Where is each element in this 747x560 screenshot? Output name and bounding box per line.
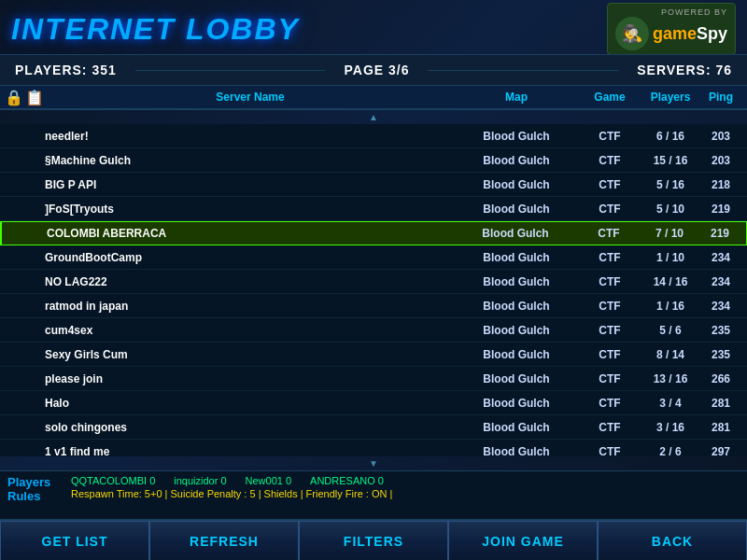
filters-button[interactable]: FILTERS bbox=[299, 521, 448, 560]
row-map: Blood Gulch bbox=[456, 130, 577, 143]
row-game: CTF bbox=[577, 348, 642, 361]
row-map: Blood Gulch bbox=[456, 300, 577, 313]
row-ping: 219 bbox=[698, 227, 742, 240]
row-map: Blood Gulch bbox=[456, 372, 577, 385]
header: INTERNET LOBBY POWERED BY 🕵️ gameSpy bbox=[0, 0, 747, 54]
refresh-button[interactable]: REFRESH bbox=[149, 521, 299, 560]
row-players: 1 / 16 bbox=[642, 300, 698, 313]
row-map: Blood Gulch bbox=[456, 445, 577, 457]
server-list: needler! Blood Gulch CTF 6 / 16 203 §Mac… bbox=[0, 124, 747, 456]
row-game: CTF bbox=[576, 227, 641, 240]
row-map: Blood Gulch bbox=[456, 421, 577, 434]
stats-bar: PLAYERS: 351 PAGE 3/6 SERVERS: 76 bbox=[0, 54, 747, 86]
row-game: CTF bbox=[577, 324, 642, 337]
row-ping: 281 bbox=[698, 421, 743, 434]
row-ping: 234 bbox=[698, 300, 743, 313]
page-indicator: PAGE 3/6 bbox=[344, 63, 409, 77]
row-game: CTF bbox=[577, 300, 642, 313]
row-server-name: §Machine Gulch bbox=[45, 154, 456, 167]
table-row[interactable]: needler! Blood Gulch CTF 6 / 16 203 bbox=[0, 124, 747, 148]
row-ping: 203 bbox=[698, 154, 743, 167]
row-game: CTF bbox=[577, 372, 642, 385]
table-row[interactable]: Halo Blood Gulch CTF 3 / 4 281 bbox=[0, 391, 747, 415]
row-map: Blood Gulch bbox=[456, 203, 577, 216]
row-map: Blood Gulch bbox=[456, 275, 577, 288]
row-game: CTF bbox=[577, 275, 642, 288]
col-lock-icon: 🔒 bbox=[4, 89, 24, 106]
row-players: 1 / 10 bbox=[642, 251, 698, 264]
row-players: 6 / 16 bbox=[642, 130, 698, 143]
row-players: 13 / 16 bbox=[642, 372, 698, 385]
row-ping: 203 bbox=[698, 130, 743, 143]
table-row[interactable]: cum4sex Blood Gulch CTF 5 / 6 235 bbox=[0, 318, 747, 343]
bottom-panel: Players Rules QQTACOLOMBI 0inquizidor 0N… bbox=[0, 470, 747, 519]
col-server-header[interactable]: Server Name bbox=[45, 91, 456, 104]
gamespy-powered-text: POWERED BY bbox=[661, 7, 727, 18]
player-score: inquizidor 0 bbox=[174, 475, 226, 486]
row-map: Blood Gulch bbox=[456, 154, 577, 167]
tab-players[interactable]: Players bbox=[7, 475, 63, 489]
table-row[interactable]: NO LAG222 Blood Gulch CTF 14 / 16 234 bbox=[0, 270, 747, 294]
row-players: 3 / 16 bbox=[642, 421, 698, 434]
table-row[interactable]: please join Blood Gulch CTF 13 / 16 266 bbox=[0, 367, 747, 391]
row-ping: 297 bbox=[698, 445, 743, 457]
table-row[interactable]: Sexy Girls Cum Blood Gulch CTF 8 / 14 23… bbox=[0, 343, 747, 367]
row-server-name: Halo bbox=[45, 397, 456, 410]
row-ping: 218 bbox=[698, 178, 743, 191]
row-map: Blood Gulch bbox=[456, 324, 577, 337]
row-players: 14 / 16 bbox=[642, 275, 698, 288]
col-ping-header[interactable]: Ping bbox=[698, 91, 743, 104]
row-server-name: cum4sex bbox=[45, 324, 456, 337]
player-score: New001 0 bbox=[246, 475, 292, 486]
row-map: Blood Gulch bbox=[456, 397, 577, 410]
stats-divider-2 bbox=[428, 70, 618, 71]
row-map: Blood Gulch bbox=[455, 227, 576, 240]
row-server-name: solo chingones bbox=[45, 421, 456, 434]
player-score: QQTACOLOMBI 0 bbox=[71, 475, 155, 486]
col-players-header[interactable]: Players bbox=[642, 91, 698, 104]
get-list-button[interactable]: GET LIST bbox=[0, 521, 149, 560]
row-game: CTF bbox=[577, 397, 642, 410]
table-row[interactable]: COLOMBI ABERRACA Blood Gulch CTF 7 / 10 … bbox=[0, 221, 747, 245]
tab-rules[interactable]: Rules bbox=[7, 489, 63, 503]
gamespy-logo: POWERED BY 🕵️ gameSpy bbox=[607, 3, 736, 56]
row-server-name: 1 v1 find me bbox=[45, 445, 456, 457]
join-game-button[interactable]: JOIN GAME bbox=[448, 521, 598, 560]
row-players: 5 / 6 bbox=[642, 324, 698, 337]
row-server-name: ratmod in japan bbox=[45, 300, 456, 313]
row-ping: 235 bbox=[698, 348, 743, 361]
row-ping: 234 bbox=[698, 275, 743, 288]
back-button[interactable]: BACK bbox=[598, 521, 747, 560]
row-server-name: needler! bbox=[45, 130, 456, 143]
table-row[interactable]: ]FoS[Tryouts Blood Gulch CTF 5 / 10 219 bbox=[0, 197, 747, 221]
row-map: Blood Gulch bbox=[456, 251, 577, 264]
col-map-header[interactable]: Map bbox=[456, 91, 577, 104]
col-game-header[interactable]: Game bbox=[577, 91, 642, 104]
row-players: 8 / 14 bbox=[642, 348, 698, 361]
table-row[interactable]: solo chingones Blood Gulch CTF 3 / 16 28… bbox=[0, 415, 747, 440]
scroll-up-arrow[interactable]: ▲ bbox=[0, 110, 747, 124]
row-server-name: GroundBootCamp bbox=[45, 251, 456, 264]
row-server-name: ]FoS[Tryouts bbox=[45, 203, 456, 216]
table-row[interactable]: BIG P API Blood Gulch CTF 5 / 16 218 bbox=[0, 173, 747, 197]
button-bar: GET LIST REFRESH FILTERS JOIN GAME BACK bbox=[0, 519, 747, 560]
row-game: CTF bbox=[577, 130, 642, 143]
row-game: CTF bbox=[577, 154, 642, 167]
player-score: ANDRESANO 0 bbox=[310, 475, 384, 486]
row-players: 7 / 10 bbox=[641, 227, 698, 240]
scroll-down-arrow[interactable]: ▼ bbox=[0, 456, 747, 470]
row-ping: 266 bbox=[698, 372, 743, 385]
table-row[interactable]: 1 v1 find me Blood Gulch CTF 2 / 6 297 bbox=[0, 440, 747, 456]
table-row[interactable]: ratmod in japan Blood Gulch CTF 1 / 16 2… bbox=[0, 294, 747, 318]
row-ping: 235 bbox=[698, 324, 743, 337]
row-game: CTF bbox=[577, 203, 642, 216]
row-server-name: BIG P API bbox=[45, 178, 456, 191]
row-game: CTF bbox=[577, 421, 642, 434]
players-count: PLAYERS: 351 bbox=[15, 63, 117, 77]
table-row[interactable]: §Machine Gulch Blood Gulch CTF 15 / 16 2… bbox=[0, 148, 747, 173]
row-game: CTF bbox=[577, 251, 642, 264]
row-players: 5 / 10 bbox=[642, 203, 698, 216]
row-game: CTF bbox=[577, 445, 642, 457]
table-row[interactable]: GroundBootCamp Blood Gulch CTF 1 / 10 23… bbox=[0, 245, 747, 270]
rules-info: Respawn Time: 5+0 | Suicide Penalty : 5 … bbox=[71, 488, 740, 499]
